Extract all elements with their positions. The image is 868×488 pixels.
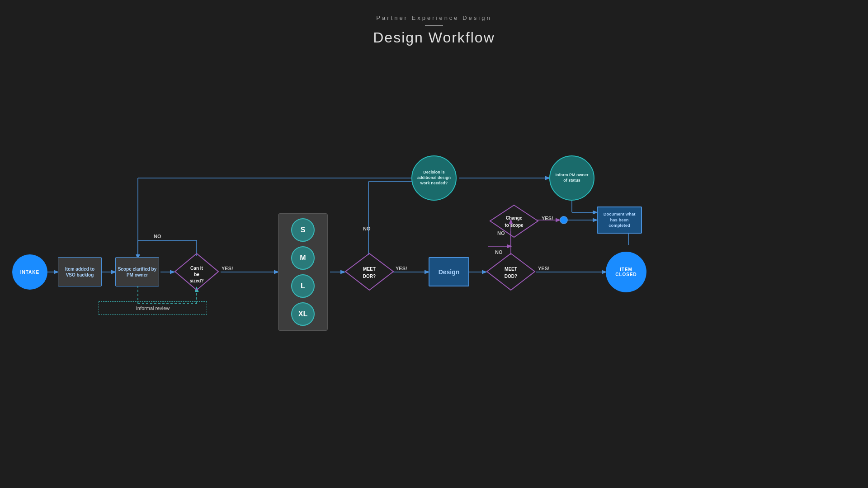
page-header: Partner Experience Design Design Workflo… — [0, 0, 868, 46]
vso-backlog-node: Item added to VSO backlog — [58, 257, 102, 286]
item-closed-node: ITEMCLOSED — [606, 252, 646, 292]
svg-text:Change: Change — [506, 216, 523, 221]
size-xl: XL — [291, 302, 315, 326]
svg-text:sized?: sized? — [189, 278, 203, 283]
no-dod-bottom-label: NO — [495, 249, 503, 255]
inform-pm-node: Inform PM owner of status — [549, 155, 594, 201]
no-dor-label: NO — [363, 226, 371, 231]
informal-review-box: Informal review — [99, 301, 207, 315]
svg-marker-38 — [490, 205, 538, 237]
yes-dod-label: YES! — [538, 266, 550, 271]
yes-dor-label: YES! — [396, 266, 407, 271]
can-be-sized-diamond: Can it be sized? — [174, 253, 219, 291]
scope-clarified-node: Scope clarified by PM owner — [115, 257, 159, 286]
svg-text:DOR?: DOR? — [363, 274, 376, 279]
size-l: L — [291, 274, 315, 298]
page-title: Design Workflow — [0, 29, 868, 46]
decision-additional-node: Decision is additional design work neede… — [411, 155, 457, 201]
no-sized-label: NO — [154, 234, 161, 239]
svg-text:DOD?: DOD? — [505, 274, 517, 279]
size-s: S — [291, 218, 315, 242]
subtitle: Partner Experience Design — [0, 14, 868, 21]
yes-scope-label: YES! — [542, 216, 553, 221]
yes-sized-label: YES! — [222, 266, 233, 271]
meet-dor-diamond: MEET DOR? — [344, 253, 394, 291]
meet-dod-diamond: MEET DOD? — [486, 253, 536, 291]
svg-text:to scope: to scope — [505, 223, 524, 228]
svg-text:MEET: MEET — [363, 267, 376, 272]
svg-marker-35 — [487, 253, 535, 290]
intake-node: INTAKE — [12, 254, 47, 290]
change-to-scope-diamond: Change to scope — [489, 204, 539, 238]
design-node: Design — [429, 257, 469, 286]
svg-text:be: be — [194, 272, 199, 277]
scope-yes-circle — [560, 216, 568, 224]
workflow-diagram: INTAKE Item added to VSO backlog Scope c… — [0, 51, 868, 466]
sizing-box: S M L XL — [278, 213, 328, 331]
svg-marker-32 — [345, 253, 393, 290]
size-m: M — [291, 246, 315, 270]
document-completed-node: Document what has been completed — [597, 206, 642, 234]
svg-text:Can it: Can it — [190, 266, 203, 271]
svg-text:MEET: MEET — [505, 267, 517, 272]
header-divider — [425, 25, 443, 26]
